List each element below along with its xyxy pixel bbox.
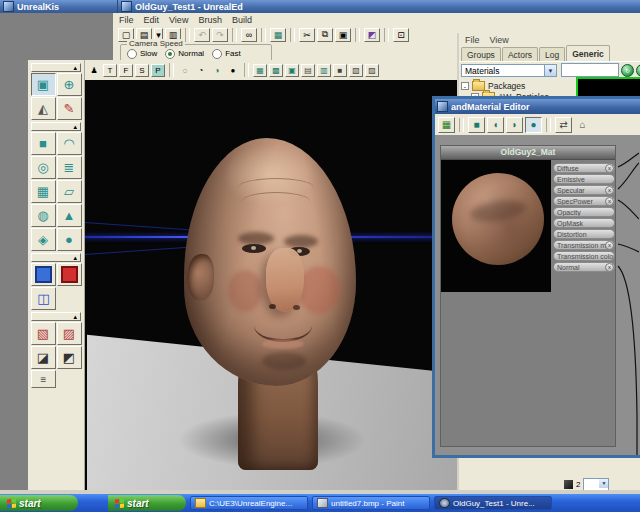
task-explorer[interactable]: C:\UE3\UnrealEngine...: [190, 496, 308, 510]
browser-menu-file[interactable]: File: [465, 35, 480, 45]
view-side-button[interactable]: S: [135, 64, 149, 77]
show-flag-7-button[interactable]: ▧: [349, 64, 363, 77]
task-unrealed[interactable]: OldGuy_Test1 - Unre...: [434, 496, 552, 510]
show-flag-8-button[interactable]: ▨: [365, 64, 379, 77]
pin-emissive[interactable]: Emissive: [553, 174, 615, 184]
select-all-button[interactable]: ◩: [57, 346, 82, 369]
pin-connector-icon[interactable]: x: [605, 263, 614, 272]
resource-type-dropdown[interactable]: Materials ▼: [461, 64, 557, 77]
hide-selected-button[interactable]: ▨: [57, 322, 82, 345]
copy-button[interactable]: ⧉: [317, 28, 333, 42]
csg-intersect-button[interactable]: ◫: [31, 287, 56, 310]
view-front-button[interactable]: F: [119, 64, 133, 77]
tab-log[interactable]: Log: [539, 47, 565, 61]
show-selected-button[interactable]: ▧: [31, 322, 56, 345]
cone-brush-button[interactable]: ▲: [57, 204, 82, 227]
material-node-title[interactable]: OldGuy2_Mat: [441, 146, 615, 160]
material-editor-titlebar[interactable]: andMaterial Editor: [435, 99, 640, 114]
browser-menu-view[interactable]: View: [490, 35, 509, 45]
window-main[interactable]: OldGuy_Test1 - UnrealEd: [118, 0, 243, 13]
csg-subtract-button[interactable]: [57, 263, 82, 286]
unlit-mode-button[interactable]: ◔: [194, 64, 208, 77]
pin-opmask[interactable]: OpMask: [553, 218, 615, 228]
search-actors-button[interactable]: ∞: [241, 28, 257, 42]
toolbox-group-select-header[interactable]: ▴: [31, 312, 81, 321]
menu-view[interactable]: View: [169, 15, 188, 25]
window-back[interactable]: UnrealKis: [0, 0, 118, 13]
align-button[interactable]: ≡: [31, 370, 56, 388]
curved-stair-button[interactable]: ◠: [57, 132, 82, 155]
cube-brush-button[interactable]: ■: [31, 132, 56, 155]
cylinder-brush-button[interactable]: ◍: [31, 204, 56, 227]
undo-button[interactable]: ↶: [194, 28, 210, 42]
lit-mode-button[interactable]: ◑: [210, 64, 224, 77]
sheet-brush-button[interactable]: ▱: [57, 180, 82, 203]
geometry-mode-button[interactable]: ⊕: [57, 73, 82, 96]
toolbox-group-modes-header[interactable]: ▴: [31, 63, 81, 72]
material-editor-canvas[interactable]: OldGuy2_Mat Diffusex Emissive Specularx …: [435, 135, 640, 455]
tab-generic[interactable]: Generic: [566, 45, 610, 61]
show-flag-3-button[interactable]: ▣: [285, 64, 299, 77]
pin-connector-icon[interactable]: x: [605, 186, 614, 195]
show-flag-2-button[interactable]: ▩: [269, 64, 283, 77]
show-flag-1-button[interactable]: ▦: [253, 64, 267, 77]
volumetric-brush-button[interactable]: ◈: [31, 228, 56, 251]
toolbox-group-csg-header[interactable]: ▴: [31, 253, 81, 262]
background-toggle-button[interactable]: ▦: [438, 117, 455, 133]
pin-opacity[interactable]: Opacity: [553, 207, 615, 217]
paste-button[interactable]: ▣: [335, 28, 351, 42]
pin-connector-icon[interactable]: x: [605, 241, 614, 250]
camera-mode-button[interactable]: ▣: [31, 73, 56, 96]
linear-stair-button[interactable]: ≣: [57, 156, 82, 179]
tab-actors[interactable]: Actors: [502, 47, 538, 61]
toolbox-group-primitives-header[interactable]: ▴: [31, 122, 81, 131]
tab-groups[interactable]: Groups: [461, 47, 501, 61]
collapse-box-icon[interactable]: -: [461, 82, 469, 90]
sync-browser-button[interactable]: ⇄: [555, 117, 572, 133]
generic-browser-button[interactable]: ▦: [270, 28, 286, 42]
redo-button[interactable]: ↷: [212, 28, 228, 42]
pin-diffuse[interactable]: Diffusex: [553, 163, 615, 173]
pin-transmission-color[interactable]: Transmission color: [553, 251, 615, 261]
spiral-stair-button[interactable]: ◎: [31, 156, 56, 179]
pin-connector-icon[interactable]: x: [605, 164, 614, 173]
menu-brush[interactable]: Brush: [198, 15, 222, 25]
terrain-mode-button[interactable]: ◭: [31, 97, 56, 120]
start-button-outer[interactable]: start: [0, 495, 78, 511]
pin-specular[interactable]: Specularx: [553, 185, 615, 195]
tessellated-sheet-button[interactable]: ▦: [31, 180, 56, 203]
viewport-canvas[interactable]: [85, 80, 457, 490]
fullscreen-button[interactable]: ⊡: [393, 28, 409, 42]
menu-build[interactable]: Build: [232, 15, 252, 25]
pin-transmission-mask[interactable]: Transmission maskx: [553, 240, 615, 250]
show-flag-4-button[interactable]: ▤: [301, 64, 315, 77]
preview-plane-button[interactable]: ■: [468, 117, 485, 133]
home-button[interactable]: ⌂: [574, 117, 591, 133]
pin-normal[interactable]: Normalx: [553, 262, 615, 272]
wireframe-mode-button[interactable]: ◌: [178, 64, 192, 77]
preview-sphere-button[interactable]: ●: [525, 117, 542, 133]
pin-distortion[interactable]: Distortion: [553, 229, 615, 239]
csg-add-button[interactable]: [31, 263, 56, 286]
use-current-button[interactable]: ●: [636, 64, 640, 77]
old-guy-head-model[interactable]: [180, 138, 365, 478]
start-button-inner[interactable]: start: [108, 495, 186, 511]
brush-clip-button[interactable]: ✎: [57, 97, 82, 120]
view-perspective-button[interactable]: P: [151, 64, 165, 77]
preview-cylinder-button[interactable]: ◖: [487, 117, 504, 133]
sphere-brush-button[interactable]: ●: [57, 228, 82, 251]
camera-speed-normal-radio[interactable]: Normal: [165, 49, 204, 59]
pin-specpower[interactable]: SpecPowerx: [553, 196, 615, 206]
invert-selection-button[interactable]: ◪: [31, 346, 56, 369]
menu-edit[interactable]: Edit: [144, 15, 160, 25]
task-paint[interactable]: untitled7.bmp - Paint: [312, 496, 430, 510]
refresh-button[interactable]: ↻: [621, 64, 634, 77]
material-node[interactable]: OldGuy2_Mat Diffusex Emissive Specularx …: [440, 145, 616, 447]
search-input[interactable]: [561, 63, 619, 77]
view-top-button[interactable]: T: [103, 64, 117, 77]
show-flag-5-button[interactable]: ▥: [317, 64, 331, 77]
zoned-mode-button[interactable]: ●: [226, 64, 240, 77]
menu-file[interactable]: File: [119, 15, 134, 25]
pin-connector-icon[interactable]: x: [605, 197, 614, 206]
camera-speed-slow-radio[interactable]: Slow: [127, 49, 157, 59]
